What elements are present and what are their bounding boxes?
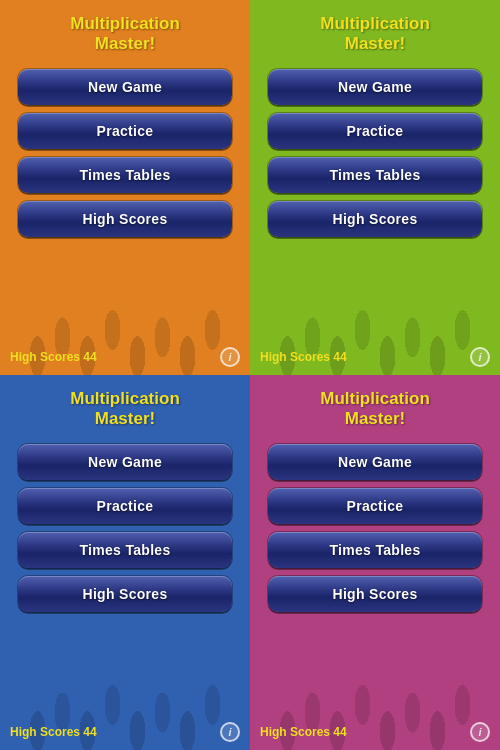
info-icon-pink[interactable]: i [470,722,490,742]
high-scores-button-green[interactable]: High Scores [268,201,482,237]
new-game-button-pink[interactable]: New Game [268,444,482,480]
app-title-blue: MultiplicationMaster! [70,389,180,430]
panel-green: MultiplicationMaster! New Game Practice … [250,0,500,375]
times-tables-button-orange[interactable]: Times Tables [18,157,232,193]
panel-pink: MultiplicationMaster! New Game Practice … [250,375,500,750]
high-scores-button-orange[interactable]: High Scores [18,201,232,237]
button-list-green: New Game Practice Times Tables High Scor… [268,69,482,237]
info-icon-blue[interactable]: i [220,722,240,742]
footer-blue: High Scores 44 i [0,722,250,742]
new-game-button-green[interactable]: New Game [268,69,482,105]
high-scores-button-blue[interactable]: High Scores [18,576,232,612]
practice-button-orange[interactable]: Practice [18,113,232,149]
high-scores-button-pink[interactable]: High Scores [268,576,482,612]
footer-orange: High Scores 44 i [0,347,250,367]
panel-green-content: MultiplicationMaster! New Game Practice … [268,14,482,345]
panel-blue: MultiplicationMaster! New Game Practice … [0,375,250,750]
high-scores-label-blue: High Scores 44 [10,725,97,739]
new-game-button-orange[interactable]: New Game [18,69,232,105]
high-scores-label-pink: High Scores 44 [260,725,347,739]
practice-button-blue[interactable]: Practice [18,488,232,524]
panel-pink-content: MultiplicationMaster! New Game Practice … [268,389,482,720]
high-scores-label-orange: High Scores 44 [10,350,97,364]
times-tables-button-green[interactable]: Times Tables [268,157,482,193]
high-scores-label-green: High Scores 44 [260,350,347,364]
button-list-blue: New Game Practice Times Tables High Scor… [18,444,232,612]
new-game-button-blue[interactable]: New Game [18,444,232,480]
app-title-green: MultiplicationMaster! [320,14,430,55]
info-icon-orange[interactable]: i [220,347,240,367]
footer-green: High Scores 44 i [250,347,500,367]
times-tables-button-blue[interactable]: Times Tables [18,532,232,568]
practice-button-green[interactable]: Practice [268,113,482,149]
footer-pink: High Scores 44 i [250,722,500,742]
info-icon-green[interactable]: i [470,347,490,367]
app-title-pink: MultiplicationMaster! [320,389,430,430]
button-list-orange: New Game Practice Times Tables High Scor… [18,69,232,237]
panel-orange: MultiplicationMaster! New Game Practice … [0,0,250,375]
times-tables-button-pink[interactable]: Times Tables [268,532,482,568]
app-title-orange: MultiplicationMaster! [70,14,180,55]
practice-button-pink[interactable]: Practice [268,488,482,524]
button-list-pink: New Game Practice Times Tables High Scor… [268,444,482,612]
panel-orange-content: MultiplicationMaster! New Game Practice … [18,14,232,345]
panel-blue-content: MultiplicationMaster! New Game Practice … [18,389,232,720]
